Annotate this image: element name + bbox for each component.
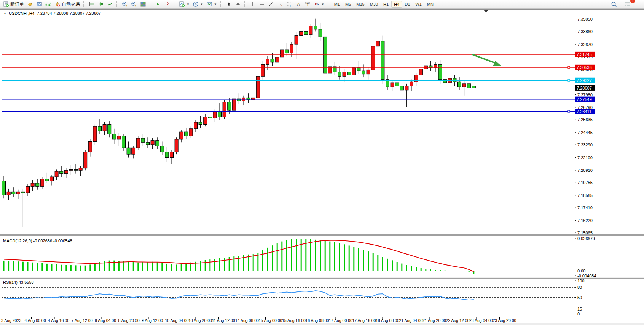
crosshair-button[interactable] [233, 0, 242, 8]
zoom-in-button[interactable] [120, 0, 129, 8]
chart-line-button[interactable] [105, 0, 115, 8]
profiles-icon [36, 1, 42, 7]
candle-body [266, 59, 269, 64]
candle-body [189, 129, 193, 136]
candle-body [419, 69, 423, 75]
cursor-button[interactable] [224, 0, 233, 8]
candle-body [232, 99, 236, 110]
candle-body [160, 146, 164, 152]
line-handle[interactable] [568, 79, 570, 81]
candle-body [136, 138, 140, 148]
candle-body [31, 183, 34, 186]
candle-body [304, 31, 308, 34]
time-axis-label: 7 Aug 12:00 [72, 318, 93, 323]
time-axis-label: 18 Aug 08:00 [376, 318, 399, 323]
candle-body [395, 83, 399, 86]
timeframe-button-m5[interactable]: M5 [343, 1, 354, 8]
line-handle[interactable] [568, 110, 570, 112]
timeframe-button-m15[interactable]: M15 [354, 1, 367, 8]
trendline-button[interactable] [266, 0, 276, 8]
fibonacci-button[interactable]: F [285, 0, 294, 8]
new-chart-button[interactable] [26, 0, 35, 8]
candle-body [194, 122, 198, 129]
tile-windows-button[interactable] [139, 0, 148, 8]
price-tick-label: 7.24445 [577, 130, 593, 135]
candle-body [64, 170, 68, 173]
candle-body [2, 181, 6, 195]
rsi-axis-label: 15 [577, 307, 582, 311]
zoom-out-button[interactable] [129, 0, 139, 8]
candle-body [69, 169, 73, 170]
candle-body [208, 117, 212, 118]
chart-bars-button[interactable] [87, 0, 96, 8]
price-tick-label: 7.25635 [577, 117, 593, 122]
search-button[interactable] [609, 0, 619, 8]
profiles-button[interactable] [35, 0, 44, 8]
candle-body [338, 72, 341, 76]
price-tick-label: 7.22100 [577, 155, 593, 160]
indicators-button[interactable]: ▼ [177, 0, 191, 8]
chart-canvas[interactable]: 7.350507.338607.326707.315157.303257.291… [0, 9, 644, 323]
candle-body [117, 136, 121, 139]
toolbar-separator [83, 1, 86, 7]
candle-body [26, 186, 30, 193]
candle-body [151, 141, 154, 145]
candle-body [21, 192, 25, 193]
rsi-axis-label: 50 [577, 295, 582, 300]
signals-button[interactable] [44, 0, 53, 8]
price-tick-label: 7.18565 [577, 193, 593, 198]
svg-text:E: E [281, 5, 283, 7]
timeframe-button-h4[interactable]: H4 [391, 1, 402, 8]
candle-body [45, 179, 49, 181]
time-axis-label: 14 Aug 08:00 [235, 318, 259, 323]
rsi-label: RSI(14) 43.5553 [3, 280, 34, 285]
templates-button[interactable]: ▼ [205, 0, 218, 8]
arrows-icon [314, 1, 320, 7]
timeframe-button-mn[interactable]: MN [424, 1, 436, 8]
timeframe-button-w1[interactable]: W1 [413, 1, 424, 8]
collapse-icon[interactable]: ▼ [3, 12, 6, 15]
horizontal-line-icon [259, 1, 265, 7]
price-level-badge-label: 7.31745 [577, 52, 592, 57]
auto-scroll-button[interactable] [153, 0, 163, 8]
time-axis-label: 4 Aug 16:00 [48, 318, 69, 323]
notification-badge[interactable]: 1 [630, 0, 635, 3]
candle-body [165, 152, 169, 158]
time-axis-label: 23 Aug 20:00 [493, 318, 516, 323]
cursor-icon [226, 1, 232, 7]
candle-body [438, 64, 442, 79]
arrows-button[interactable]: ▼ [312, 0, 326, 8]
chart-symbol-period: USDCNH-,H4 [9, 11, 35, 16]
toolbar: 新订单 自动交易 ▼ ▼ [0, 0, 644, 9]
price-tick-label: 7.20910 [577, 168, 593, 173]
candle-body [223, 102, 226, 117]
candle-body [184, 132, 188, 136]
price-level-badge-label: 7.26411 [577, 109, 591, 114]
text-button[interactable]: A [294, 0, 303, 8]
text-label-button[interactable]: T [303, 0, 312, 8]
bar-chart-icon [89, 1, 95, 7]
candle-body [228, 102, 231, 110]
candle-body [467, 84, 471, 88]
equidistant-channel-button[interactable]: E [276, 0, 285, 8]
toolbar-separator [220, 1, 223, 7]
line-handle[interactable] [568, 66, 570, 68]
candle-body [60, 171, 63, 174]
timeframe-button-m1[interactable]: M1 [332, 1, 343, 8]
time-axis-label: 17 Aug 16:00 [352, 318, 376, 323]
auto-trading-button[interactable]: 自动交易 [53, 0, 81, 8]
candle-body [204, 117, 207, 125]
periods-button[interactable]: ▼ [191, 0, 205, 8]
candle-body [180, 132, 183, 139]
new-order-button[interactable]: 新订单 [2, 0, 26, 8]
time-axis-label: 16 Aug 08:00 [306, 318, 329, 323]
horizontal-line-button[interactable] [257, 0, 266, 8]
mt4-terminal: 新订单 自动交易 ▼ ▼ [0, 0, 644, 325]
timeframe-button-d1[interactable]: D1 [402, 1, 413, 8]
vertical-line-button[interactable] [248, 0, 257, 8]
timeframe-button-m30[interactable]: M30 [367, 1, 381, 8]
chart-candles-button[interactable] [96, 0, 105, 8]
chart-shift-button[interactable] [163, 0, 172, 8]
time-axis-label: 10 Aug 20:00 [188, 318, 212, 323]
timeframe-button-h1[interactable]: H1 [381, 1, 391, 8]
